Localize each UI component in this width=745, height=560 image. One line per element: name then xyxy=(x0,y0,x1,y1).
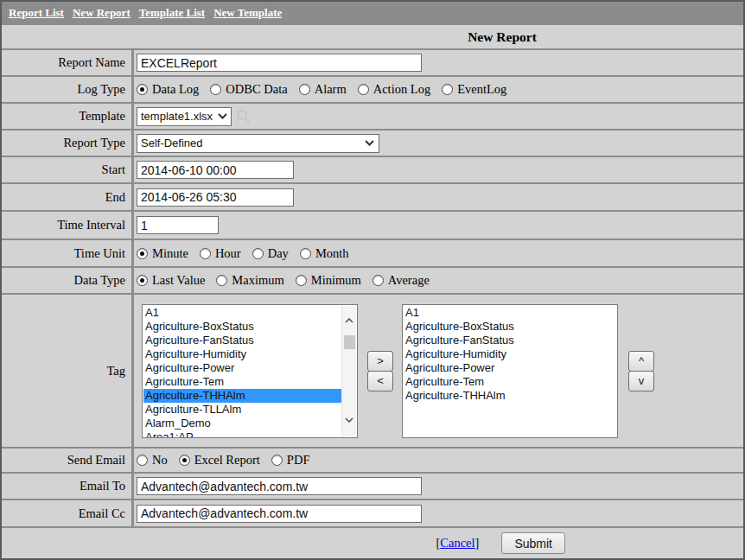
listbox-item-a1[interactable]: A1 xyxy=(145,306,341,320)
radio-option-excel-report[interactable]: Excel Report xyxy=(179,453,260,468)
header-row: New Report xyxy=(2,25,743,48)
end-label: End xyxy=(2,184,131,210)
radio-button[interactable] xyxy=(299,84,310,95)
listbox-item-agriculture-tllalm[interactable]: Agriculture-TLLAlm xyxy=(145,403,341,417)
submit-button[interactable]: Submit xyxy=(501,532,565,554)
scrollbar[interactable] xyxy=(341,306,356,436)
listbox-item-agriculture-boxstatus[interactable]: Agriculture-BoxStatus xyxy=(145,320,341,334)
log-type-label: Log Type xyxy=(2,77,131,102)
radio-option-hour[interactable]: Hour xyxy=(200,246,241,261)
listbox-item-agriculture-fanstatus[interactable]: Agriculture-FanStatus xyxy=(145,334,341,347)
radio-label: Day xyxy=(268,246,289,261)
listbox-item-agriculture-fanstatus[interactable]: Agriculture-FanStatus xyxy=(405,334,617,347)
footer-cell: [Cancel] Submit xyxy=(2,528,743,558)
radio-option-minute[interactable]: Minute xyxy=(137,246,188,261)
radio-option-pdf[interactable]: PDF xyxy=(271,453,310,468)
email-to-label: Email To xyxy=(2,474,131,499)
nav-link-report-list[interactable]: Report List xyxy=(9,6,64,20)
nav-link-template-list[interactable]: Template List xyxy=(139,6,205,20)
radio-option-action-log[interactable]: Action Log xyxy=(358,82,430,97)
nav-link-new-template[interactable]: New Template xyxy=(213,6,282,20)
radio-option-last-value[interactable]: Last Value xyxy=(137,273,205,288)
report-type-select[interactable]: Self-Defined xyxy=(137,134,379,153)
row-data-type: Data Type Last ValueMaximumMinimumAverag… xyxy=(2,268,743,293)
radio-button[interactable] xyxy=(296,275,307,286)
listbox-item-agriculture-power[interactable]: Agriculture-Power xyxy=(145,361,341,375)
radio-option-average[interactable]: Average xyxy=(372,273,430,288)
header-cell: New Report xyxy=(2,25,743,48)
radio-label: Action Log xyxy=(373,82,430,97)
move-left-button[interactable]: < xyxy=(367,371,393,391)
radio-option-day[interactable]: Day xyxy=(252,246,289,261)
radio-button[interactable] xyxy=(137,248,148,259)
radio-label: Maximum xyxy=(232,273,283,288)
move-up-button[interactable]: ^ xyxy=(628,351,654,372)
listbox-item-agriculture-power[interactable]: Agriculture-Power xyxy=(405,361,617,375)
radio-button[interactable] xyxy=(137,455,148,466)
chevron-up-icon[interactable] xyxy=(342,318,356,323)
radio-option-odbc-data[interactable]: ODBC Data xyxy=(210,82,287,97)
radio-label: Alarm xyxy=(315,82,347,97)
listbox-item-agriculture-humidity[interactable]: Agriculture-Humidity xyxy=(405,347,617,361)
template-select[interactable]: template1.xlsx xyxy=(137,107,232,126)
start-label: Start xyxy=(2,157,131,182)
listbox-item-area1-ap[interactable]: Area1:AP xyxy=(145,430,341,438)
radio-button[interactable] xyxy=(271,455,283,466)
listbox-item-agriculture-tem[interactable]: Agriculture-Tem xyxy=(145,375,341,389)
report-name-input[interactable] xyxy=(137,54,422,72)
cancel-link[interactable]: Cancel xyxy=(440,536,474,550)
listbox-item-alarm-demo[interactable]: Alarm_Demo xyxy=(145,417,341,430)
start-input[interactable] xyxy=(137,161,294,179)
radio-label: Minute xyxy=(152,246,188,261)
tag-available-listbox[interactable]: A1Agriculture-BoxStatusAgriculture-FanSt… xyxy=(142,304,358,438)
listbox-item-agriculture-boxstatus[interactable]: Agriculture-BoxStatus xyxy=(405,320,617,334)
radio-button[interactable] xyxy=(442,84,453,95)
end-input[interactable] xyxy=(137,188,294,207)
radio-button[interactable] xyxy=(372,275,384,286)
template-select-value: template1.xlsx xyxy=(141,110,213,123)
footer-row: [Cancel] Submit xyxy=(2,528,743,558)
radio-label: Month xyxy=(315,246,349,261)
listbox-item-agriculture-tem[interactable]: Agriculture-Tem xyxy=(405,375,617,389)
chevron-down-icon[interactable] xyxy=(342,417,356,423)
radio-button[interactable] xyxy=(216,275,227,286)
radio-option-minimum[interactable]: Minimum xyxy=(296,273,361,288)
report-type-label: Report Type xyxy=(2,130,131,156)
tag-chosen-listbox[interactable]: A1Agriculture-BoxStatusAgriculture-FanSt… xyxy=(402,304,618,438)
radio-button[interactable] xyxy=(200,248,211,259)
radio-option-data-log[interactable]: Data Log xyxy=(137,82,199,97)
move-down-button[interactable]: v xyxy=(628,371,654,391)
radio-label: Last Value xyxy=(152,273,205,288)
radio-button[interactable] xyxy=(252,248,264,259)
radio-button[interactable] xyxy=(300,248,311,259)
nav-link-new-report[interactable]: New Report xyxy=(73,6,131,20)
email-cc-input[interactable] xyxy=(137,505,422,523)
listbox-item-agriculture-humidity[interactable]: Agriculture-Humidity xyxy=(145,347,341,361)
email-to-input[interactable] xyxy=(137,477,422,495)
listbox-item-a1[interactable]: A1 xyxy=(405,306,617,320)
radio-option-month[interactable]: Month xyxy=(300,246,349,261)
radio-option-alarm[interactable]: Alarm xyxy=(299,82,347,97)
data-type-radio-group: Last ValueMaximumMinimumAverage xyxy=(137,273,441,288)
radio-option-no[interactable]: No xyxy=(137,453,168,468)
row-time-interval: Time Interval xyxy=(2,212,743,239)
new-report-page: Report ListNew ReportTemplate ListNew Te… xyxy=(0,0,745,560)
radio-button[interactable] xyxy=(179,455,190,466)
report-type-select-value: Self-Defined xyxy=(141,137,203,150)
scrollbar-thumb[interactable] xyxy=(344,335,355,349)
bracket-close: ] xyxy=(475,536,480,550)
radio-button[interactable] xyxy=(210,84,221,95)
listbox-item-agriculture-thhalm[interactable]: Agriculture-THHAlm xyxy=(405,389,617,403)
radio-option-eventlog[interactable]: EventLog xyxy=(442,82,506,97)
radio-button[interactable] xyxy=(137,84,148,95)
row-start: Start xyxy=(2,157,743,182)
radio-label: No xyxy=(152,453,168,468)
listbox-item-agriculture-thhalm[interactable]: Agriculture-THHAlm xyxy=(143,389,341,403)
report-name-label: Report Name xyxy=(2,50,131,75)
time-interval-input[interactable] xyxy=(137,216,219,234)
radio-option-maximum[interactable]: Maximum xyxy=(216,273,283,288)
move-right-button[interactable]: > xyxy=(367,351,393,372)
radio-button[interactable] xyxy=(137,275,148,286)
radio-button[interactable] xyxy=(358,84,369,95)
search-icon[interactable] xyxy=(236,109,251,124)
